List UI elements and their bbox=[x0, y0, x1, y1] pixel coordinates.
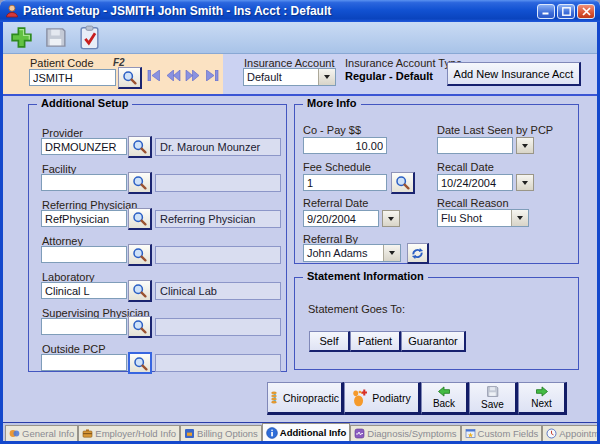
referral-by-refresh-button[interactable] bbox=[407, 243, 429, 264]
search-icon bbox=[133, 356, 148, 371]
statement-information-title: Statement Information bbox=[303, 270, 428, 282]
search-icon bbox=[132, 283, 147, 298]
statement-guarantor-button[interactable]: Guarantor bbox=[401, 331, 466, 352]
podiatry-button-label: Podiatry bbox=[372, 392, 411, 404]
provider-display: Dr. Maroun Mounzer bbox=[155, 138, 281, 156]
podiatry-button[interactable]: Podiatry bbox=[344, 382, 421, 415]
dropdown-arrow-icon[interactable] bbox=[511, 210, 528, 226]
tab-billing-options[interactable]: Billing Options bbox=[180, 425, 262, 441]
recall-reason-select[interactable]: Flu Shot bbox=[437, 209, 529, 227]
nav-next-button[interactable] bbox=[185, 70, 200, 81]
dropdown-arrow-icon bbox=[522, 181, 528, 185]
search-icon bbox=[132, 211, 147, 226]
save-button[interactable]: Save bbox=[469, 382, 518, 415]
fee-schedule-search-button[interactable] bbox=[391, 172, 415, 194]
tab-bar: General Info Employer/Hold Info Billing … bbox=[3, 422, 597, 441]
tab-label: Diagnosis/Symptoms bbox=[367, 428, 456, 439]
provider-code-input[interactable] bbox=[41, 138, 127, 155]
tab-label: Employer/Hold Info bbox=[95, 428, 176, 439]
back-button[interactable]: Back bbox=[421, 382, 469, 415]
laboratory-code-input[interactable] bbox=[41, 282, 127, 299]
save-toolbar-button[interactable] bbox=[41, 25, 70, 51]
tab-general-info[interactable]: General Info bbox=[5, 425, 78, 441]
add-icon bbox=[9, 25, 34, 50]
patient-setup-window: Patient Setup - JSMITH John Smith - Ins … bbox=[0, 0, 600, 444]
date-last-seen-dropdown-button[interactable] bbox=[516, 137, 534, 154]
patient-code-search-button[interactable] bbox=[118, 67, 142, 89]
next-button-label: Next bbox=[531, 398, 552, 409]
outside-pcp-search-button[interactable] bbox=[128, 352, 152, 374]
supervising-physician-search-button[interactable] bbox=[128, 316, 152, 338]
nav-first-button[interactable] bbox=[147, 70, 162, 81]
search-icon bbox=[395, 175, 410, 190]
tab-custom-fields[interactable]: Custom Fields bbox=[461, 425, 543, 441]
nav-previous-button[interactable] bbox=[166, 70, 181, 81]
attorney-code-input[interactable] bbox=[41, 246, 127, 263]
attorney-search-button[interactable] bbox=[128, 244, 152, 266]
provider-search-button[interactable] bbox=[128, 136, 152, 158]
supervising-physician-code-input[interactable] bbox=[41, 318, 127, 335]
fee-schedule-input[interactable] bbox=[303, 174, 387, 191]
referring-physician-search-button[interactable] bbox=[128, 208, 152, 230]
tab-additional-info[interactable]: Additional Info bbox=[262, 423, 351, 441]
fee-schedule-label: Fee Schedule bbox=[303, 161, 371, 173]
insurance-account-select[interactable]: Default bbox=[243, 68, 336, 86]
patient-code-label: Patient Code bbox=[30, 57, 94, 69]
co-pay-input[interactable] bbox=[303, 137, 387, 154]
recall-date-label: Recall Date bbox=[437, 161, 494, 173]
tab-diagnosis-symptoms[interactable]: Diagnosis/Symptoms bbox=[350, 425, 460, 441]
referral-by-select[interactable]: John Adams bbox=[303, 244, 401, 262]
record-navigator bbox=[147, 70, 219, 81]
close-button[interactable] bbox=[577, 4, 595, 19]
statement-goes-to-label: Statement Goes To: bbox=[308, 303, 405, 315]
refresh-icon bbox=[411, 247, 424, 260]
insurance-account-type-value: Regular - Default bbox=[345, 70, 433, 82]
facility-code-input[interactable] bbox=[41, 174, 127, 191]
nav-last-button[interactable] bbox=[204, 70, 219, 81]
info-icon bbox=[266, 427, 278, 439]
toolbar bbox=[3, 22, 597, 54]
referral-date-dropdown-button[interactable] bbox=[382, 210, 400, 227]
verify-button[interactable] bbox=[75, 25, 104, 51]
tab-label: Additional Info bbox=[280, 427, 347, 438]
custom-fields-icon bbox=[465, 428, 476, 439]
outside-pcp-code-input[interactable] bbox=[41, 354, 127, 371]
laboratory-search-button[interactable] bbox=[128, 280, 152, 302]
nav-previous-icon bbox=[166, 70, 181, 81]
patient-code-input[interactable] bbox=[29, 69, 116, 86]
back-button-label: Back bbox=[433, 398, 455, 409]
tab-employer-hold-info[interactable]: Employer/Hold Info bbox=[78, 425, 180, 441]
minimize-button[interactable] bbox=[537, 4, 555, 19]
statement-self-button[interactable]: Self bbox=[309, 331, 350, 352]
dropdown-arrow-icon bbox=[388, 217, 394, 221]
tab-appointments[interactable]: Appointments bbox=[542, 425, 597, 441]
foot-icon bbox=[352, 388, 367, 408]
additional-setup-title: Additional Setup bbox=[37, 97, 132, 109]
statement-patient-button[interactable]: Patient bbox=[350, 331, 401, 352]
referral-date-input[interactable] bbox=[303, 210, 379, 227]
date-last-seen-input[interactable] bbox=[437, 137, 513, 154]
maximize-button[interactable] bbox=[557, 4, 575, 19]
dropdown-arrow-icon[interactable] bbox=[318, 69, 335, 85]
general-info-icon bbox=[9, 428, 20, 439]
recall-date-input[interactable] bbox=[437, 174, 513, 191]
search-icon bbox=[122, 70, 137, 85]
referring-physician-code-input[interactable] bbox=[41, 210, 127, 227]
attorney-display bbox=[155, 246, 281, 264]
insurance-account-value: Default bbox=[244, 69, 318, 85]
recall-reason-label: Recall Reason bbox=[437, 197, 509, 209]
outside-pcp-display bbox=[155, 354, 281, 372]
add-new-insurance-acct-button[interactable]: Add New Insurance Acct bbox=[447, 62, 581, 86]
facility-search-button[interactable] bbox=[128, 172, 152, 194]
next-button[interactable]: Next bbox=[518, 382, 567, 415]
recall-date-dropdown-button[interactable] bbox=[516, 174, 534, 191]
spine-icon bbox=[270, 387, 278, 408]
save-icon bbox=[44, 26, 67, 49]
employer-icon bbox=[82, 428, 93, 439]
header-separator bbox=[3, 94, 597, 96]
search-icon bbox=[132, 139, 147, 154]
dropdown-arrow-icon[interactable] bbox=[383, 245, 400, 261]
add-patient-button[interactable] bbox=[7, 25, 36, 51]
facility-display bbox=[155, 174, 281, 192]
chiropractic-button[interactable]: Chiropractic bbox=[267, 382, 344, 415]
